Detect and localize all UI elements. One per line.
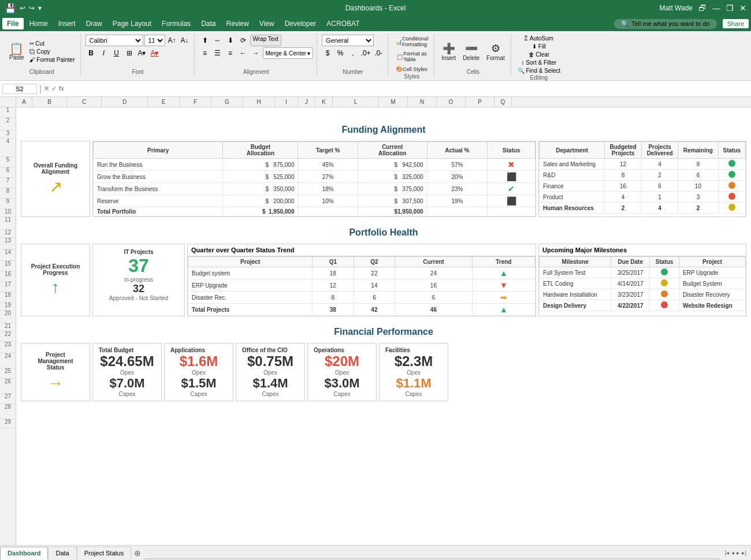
align-right-btn[interactable]: ≡ [225, 47, 236, 59]
fill-color-btn[interactable]: A▾ [136, 47, 148, 59]
comma-btn[interactable]: , [347, 47, 359, 59]
align-center-btn[interactable]: ☰ [212, 47, 224, 59]
align-bottom-btn[interactable]: ⬇ [225, 35, 236, 46]
fill-btn[interactable]: ⬇ Fill [530, 43, 548, 50]
align-left-btn[interactable]: ≡ [199, 47, 211, 59]
col-o[interactable]: O [437, 97, 466, 107]
decrease-indent-btn[interactable]: ← [237, 47, 249, 59]
col-d[interactable]: D [102, 97, 148, 107]
sheet-tab-project-status[interactable]: Project Status [77, 547, 131, 559]
conditional-formatting-btn[interactable]: 📊 Conditional Formatting [393, 35, 430, 48]
col-c[interactable]: C [67, 97, 102, 107]
delete-btn[interactable]: ➖ Delete [460, 41, 482, 62]
menu-home[interactable]: Home [25, 18, 53, 29]
menu-bar: File Home Insert Draw Page Layout Formul… [0, 16, 751, 31]
col-m[interactable]: M [379, 97, 408, 107]
col-i[interactable]: I [275, 97, 298, 107]
restore-btn[interactable]: 🗗 [698, 3, 707, 13]
menu-draw[interactable]: Draw [81, 18, 107, 29]
scroll-next-sheet[interactable]: ▸ [737, 550, 739, 556]
insert-btn[interactable]: ➕ Insert [439, 41, 458, 62]
col-p[interactable]: P [466, 97, 495, 107]
sheet-tab-data[interactable]: Data [48, 547, 76, 559]
increase-decimal-btn[interactable]: .0+ [360, 47, 371, 59]
increase-font-btn[interactable]: A↑ [166, 35, 178, 46]
customize-icon[interactable]: ▾ [38, 4, 42, 12]
add-sheet-btn[interactable]: ⊕ [131, 547, 144, 559]
share-button[interactable]: Share [723, 19, 749, 28]
cio-opex: $0.75M [242, 353, 299, 369]
search-bar[interactable]: 🔍 Tell me what you want to do [614, 19, 717, 29]
menu-insert[interactable]: Insert [54, 18, 80, 29]
trend-arrow-2: ▼ [472, 279, 535, 292]
col-n[interactable]: N [408, 97, 437, 107]
clear-btn[interactable]: 🗑 Clear [527, 51, 552, 58]
percent-btn[interactable]: % [334, 47, 346, 59]
close-btn[interactable]: ✕ [739, 3, 746, 13]
align-top-btn[interactable]: ⬆ [199, 35, 211, 46]
font-name-select[interactable]: Calibri [85, 35, 143, 46]
align-middle-btn[interactable]: ↔ [212, 35, 224, 46]
col-b[interactable]: B [32, 97, 67, 107]
scroll-prev-sheet[interactable]: ◂ [731, 550, 734, 556]
formula-input[interactable] [66, 84, 749, 94]
col-l[interactable]: L [333, 97, 379, 107]
th-dept-status: Status [718, 142, 745, 159]
format-table-btn[interactable]: 📋 Format as Table [394, 50, 429, 64]
facilities-card: Facilities $2.3M Opex $1.1M Capex [379, 343, 448, 401]
font-color-btn[interactable]: A▾ [149, 47, 161, 59]
increase-indent-btn[interactable]: → [250, 47, 262, 59]
col-e[interactable]: E [148, 97, 180, 107]
redo-icon[interactable]: ↪ [29, 4, 35, 12]
menu-pagelayout[interactable]: Page Layout [108, 18, 156, 29]
number-format-select[interactable]: General [322, 35, 374, 46]
copy-button[interactable]: ⿻ Copy [28, 48, 77, 55]
undo-icon[interactable]: ↩ [20, 4, 25, 12]
insert-function-icon[interactable]: fx [59, 85, 64, 92]
format-painter-button[interactable]: 🖌 Format Painter [28, 56, 77, 64]
wrap-text-btn[interactable]: Wrap Text [250, 35, 282, 46]
scroll-first-sheet[interactable]: |◂ [725, 550, 730, 556]
find-select-btn[interactable]: 🔍 Find & Select [516, 67, 562, 74]
format-btn[interactable]: ⚙ Format [484, 41, 507, 62]
scroll-last-sheet[interactable]: ▸| [742, 550, 746, 556]
cell-styles-btn[interactable]: 🎨 Cell Styles [393, 65, 430, 73]
maximize-btn[interactable]: ❐ [726, 3, 734, 13]
menu-file[interactable]: File [2, 18, 24, 29]
col-a[interactable]: A [16, 97, 32, 107]
italic-btn[interactable]: I [98, 47, 110, 59]
minimize-btn[interactable]: — [712, 3, 720, 13]
bold-btn[interactable]: B [85, 47, 97, 59]
menu-developer[interactable]: Developer [280, 18, 321, 29]
menu-data[interactable]: Data [196, 18, 220, 29]
sort-filter-btn[interactable]: ↕ Sort & Filter [520, 59, 559, 66]
decrease-font-btn[interactable]: A↓ [179, 35, 191, 46]
col-g[interactable]: G [211, 97, 243, 107]
confirm-formula-icon[interactable]: ✓ [51, 85, 57, 92]
merge-center-btn[interactable]: Merge & Center▾ [263, 47, 314, 59]
cell-reference[interactable]: S2 [2, 84, 37, 94]
sheet-tab-dashboard[interactable]: Dashboard [0, 547, 48, 559]
border-btn[interactable]: ⊞ [124, 47, 135, 59]
total-budget-opex: $24.65M [99, 353, 155, 369]
underline-btn[interactable]: U [111, 47, 122, 59]
row-7: 7 [0, 178, 16, 188]
menu-formulas[interactable]: Formulas [157, 18, 195, 29]
menu-acrobat[interactable]: ACROBAT [322, 18, 364, 29]
paste-button[interactable]: 📋 Paste [7, 42, 27, 62]
dept-remaining-5: 2 [678, 203, 719, 214]
decrease-decimal-btn[interactable]: .0- [373, 47, 384, 59]
col-j[interactable]: J [298, 97, 315, 107]
col-f[interactable]: F [180, 97, 211, 107]
autosum-btn[interactable]: Σ AutoSum [523, 35, 555, 42]
menu-review[interactable]: Review [221, 18, 253, 29]
orientation-btn[interactable]: ⟳ [237, 35, 249, 46]
currency-btn[interactable]: $ [322, 47, 333, 59]
menu-view[interactable]: View [255, 18, 279, 29]
cancel-formula-icon[interactable]: ✕ [44, 85, 49, 92]
col-q[interactable]: Q [495, 97, 512, 107]
col-h[interactable]: H [243, 97, 275, 107]
col-k[interactable]: K [315, 97, 333, 107]
font-size-select[interactable]: 11 [144, 35, 165, 46]
cut-button[interactable]: ✂ Cut [28, 40, 77, 47]
